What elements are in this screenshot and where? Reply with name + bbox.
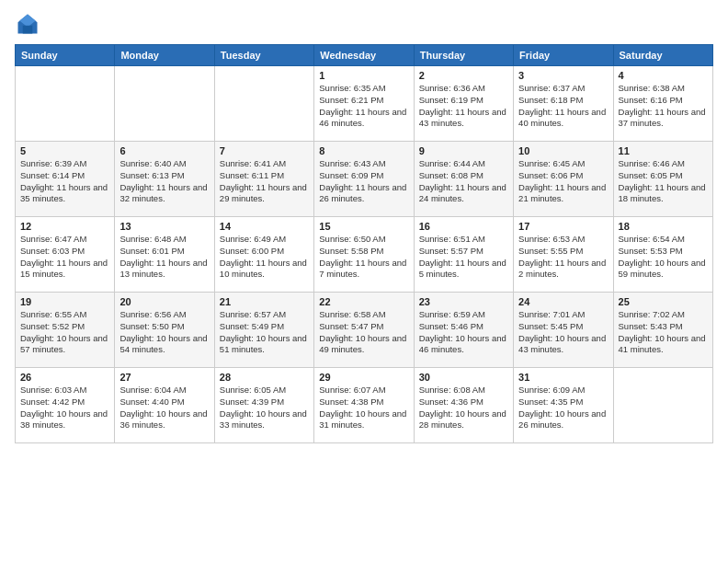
day-number: 7 [220,145,309,156]
day-of-week-header: Monday [115,45,214,66]
day-info: Sunrise: 6:59 AM Sunset: 5:46 PM Dayligh… [419,309,508,356]
day-number: 20 [119,296,209,307]
calendar-cell: 15Sunrise: 6:50 AM Sunset: 5:58 PM Dayli… [314,217,414,293]
calendar-cell: 13Sunrise: 6:48 AM Sunset: 6:01 PM Dayli… [115,217,214,293]
calendar-cell: 11Sunrise: 6:46 AM Sunset: 6:05 PM Dayli… [613,142,712,217]
day-info: Sunrise: 6:44 AM Sunset: 6:08 PM Dayligh… [419,158,508,205]
header [15,11,713,37]
day-number: 28 [220,372,309,383]
day-number: 13 [119,221,209,232]
day-info: Sunrise: 6:07 AM Sunset: 4:38 PM Dayligh… [319,385,408,431]
calendar-cell: 30Sunrise: 6:08 AM Sunset: 4:36 PM Dayli… [414,368,513,443]
logo-icon [15,11,40,37]
calendar-cell: 28Sunrise: 6:05 AM Sunset: 4:39 PM Dayli… [214,368,313,443]
calendar-body: 1Sunrise: 6:35 AM Sunset: 6:21 PM Daylig… [16,66,713,443]
day-number: 10 [518,145,608,156]
calendar: SundayMondayTuesdayWednesdayThursdayFrid… [15,44,713,443]
day-number: 9 [419,145,508,156]
day-number: 27 [119,372,209,383]
svg-rect-2 [23,26,33,34]
day-number: 17 [518,221,608,232]
day-info: Sunrise: 6:51 AM Sunset: 5:57 PM Dayligh… [419,234,508,281]
day-info: Sunrise: 6:58 AM Sunset: 5:47 PM Dayligh… [319,309,408,356]
days-of-week-row: SundayMondayTuesdayWednesdayThursdayFrid… [16,45,713,66]
calendar-cell: 22Sunrise: 6:58 AM Sunset: 5:47 PM Dayli… [314,293,414,368]
day-number: 21 [220,296,309,307]
day-info: Sunrise: 6:54 AM Sunset: 5:53 PM Dayligh… [619,234,708,281]
calendar-cell: 6Sunrise: 6:40 AM Sunset: 6:13 PM Daylig… [115,142,214,217]
page: SundayMondayTuesdayWednesdayThursdayFrid… [0,0,728,563]
day-info: Sunrise: 7:01 AM Sunset: 5:45 PM Dayligh… [518,309,608,356]
calendar-cell: 7Sunrise: 6:41 AM Sunset: 6:11 PM Daylig… [214,142,313,217]
day-info: Sunrise: 6:36 AM Sunset: 6:19 PM Dayligh… [419,83,508,130]
day-number: 22 [319,296,408,307]
calendar-cell: 8Sunrise: 6:43 AM Sunset: 6:09 PM Daylig… [314,142,414,217]
day-of-week-header: Wednesday [314,45,414,66]
calendar-week-row: 1Sunrise: 6:35 AM Sunset: 6:21 PM Daylig… [16,66,713,142]
calendar-cell: 4Sunrise: 6:38 AM Sunset: 6:16 PM Daylig… [613,66,712,142]
calendar-cell: 2Sunrise: 6:36 AM Sunset: 6:19 PM Daylig… [414,66,513,142]
day-number: 16 [419,221,508,232]
day-number: 6 [119,145,209,156]
calendar-cell: 29Sunrise: 6:07 AM Sunset: 4:38 PM Dayli… [314,368,414,443]
calendar-cell: 18Sunrise: 6:54 AM Sunset: 5:53 PM Dayli… [613,217,712,293]
calendar-cell: 25Sunrise: 7:02 AM Sunset: 5:43 PM Dayli… [613,293,712,368]
calendar-cell [115,66,214,142]
day-number: 1 [319,70,408,81]
calendar-cell: 12Sunrise: 6:47 AM Sunset: 6:03 PM Dayli… [16,217,115,293]
day-number: 31 [518,372,608,383]
day-info: Sunrise: 6:53 AM Sunset: 5:55 PM Dayligh… [518,234,608,281]
day-number: 8 [319,145,408,156]
day-of-week-header: Friday [514,45,613,66]
calendar-cell: 1Sunrise: 6:35 AM Sunset: 6:21 PM Daylig… [314,66,414,142]
calendar-cell: 21Sunrise: 6:57 AM Sunset: 5:49 PM Dayli… [214,293,313,368]
calendar-week-row: 26Sunrise: 6:03 AM Sunset: 4:42 PM Dayli… [16,368,713,443]
calendar-cell: 24Sunrise: 7:01 AM Sunset: 5:45 PM Dayli… [514,293,613,368]
calendar-cell [16,66,115,142]
day-info: Sunrise: 6:47 AM Sunset: 6:03 PM Dayligh… [20,234,109,281]
logo [15,11,44,37]
day-number: 5 [20,145,109,156]
day-number: 26 [20,372,109,383]
day-info: Sunrise: 6:45 AM Sunset: 6:06 PM Dayligh… [518,158,608,205]
day-number: 25 [619,296,708,307]
day-info: Sunrise: 6:37 AM Sunset: 6:18 PM Dayligh… [518,83,608,130]
day-number: 14 [220,221,309,232]
day-number: 24 [518,296,608,307]
day-info: Sunrise: 6:09 AM Sunset: 4:35 PM Dayligh… [518,385,608,431]
day-number: 3 [518,70,608,81]
calendar-cell: 23Sunrise: 6:59 AM Sunset: 5:46 PM Dayli… [414,293,513,368]
calendar-cell: 5Sunrise: 6:39 AM Sunset: 6:14 PM Daylig… [16,142,115,217]
calendar-cell [613,368,712,443]
calendar-cell: 26Sunrise: 6:03 AM Sunset: 4:42 PM Dayli… [16,368,115,443]
day-number: 29 [319,372,408,383]
calendar-cell: 14Sunrise: 6:49 AM Sunset: 6:00 PM Dayli… [214,217,313,293]
day-info: Sunrise: 6:49 AM Sunset: 6:00 PM Dayligh… [220,234,309,281]
calendar-cell: 27Sunrise: 6:04 AM Sunset: 4:40 PM Dayli… [115,368,214,443]
day-info: Sunrise: 6:05 AM Sunset: 4:39 PM Dayligh… [220,385,309,431]
day-info: Sunrise: 6:43 AM Sunset: 6:09 PM Dayligh… [319,158,408,205]
day-info: Sunrise: 6:46 AM Sunset: 6:05 PM Dayligh… [619,158,708,205]
calendar-cell: 20Sunrise: 6:56 AM Sunset: 5:50 PM Dayli… [115,293,214,368]
calendar-week-row: 19Sunrise: 6:55 AM Sunset: 5:52 PM Dayli… [16,293,713,368]
calendar-cell: 3Sunrise: 6:37 AM Sunset: 6:18 PM Daylig… [514,66,613,142]
day-of-week-header: Sunday [16,45,115,66]
day-info: Sunrise: 6:56 AM Sunset: 5:50 PM Dayligh… [119,309,209,356]
day-info: Sunrise: 6:35 AM Sunset: 6:21 PM Dayligh… [319,83,408,130]
day-of-week-header: Thursday [414,45,513,66]
day-of-week-header: Tuesday [214,45,313,66]
day-info: Sunrise: 6:50 AM Sunset: 5:58 PM Dayligh… [319,234,408,281]
day-of-week-header: Saturday [613,45,712,66]
day-info: Sunrise: 6:48 AM Sunset: 6:01 PM Dayligh… [119,234,209,281]
calendar-cell: 19Sunrise: 6:55 AM Sunset: 5:52 PM Dayli… [16,293,115,368]
day-info: Sunrise: 6:03 AM Sunset: 4:42 PM Dayligh… [20,385,109,431]
calendar-cell: 16Sunrise: 6:51 AM Sunset: 5:57 PM Dayli… [414,217,513,293]
calendar-cell: 17Sunrise: 6:53 AM Sunset: 5:55 PM Dayli… [514,217,613,293]
day-number: 23 [419,296,508,307]
day-info: Sunrise: 6:08 AM Sunset: 4:36 PM Dayligh… [419,385,508,431]
day-info: Sunrise: 6:38 AM Sunset: 6:16 PM Dayligh… [619,83,708,130]
day-info: Sunrise: 6:41 AM Sunset: 6:11 PM Dayligh… [220,158,309,205]
day-number: 18 [619,221,708,232]
calendar-cell [214,66,313,142]
day-info: Sunrise: 6:39 AM Sunset: 6:14 PM Dayligh… [20,158,109,205]
